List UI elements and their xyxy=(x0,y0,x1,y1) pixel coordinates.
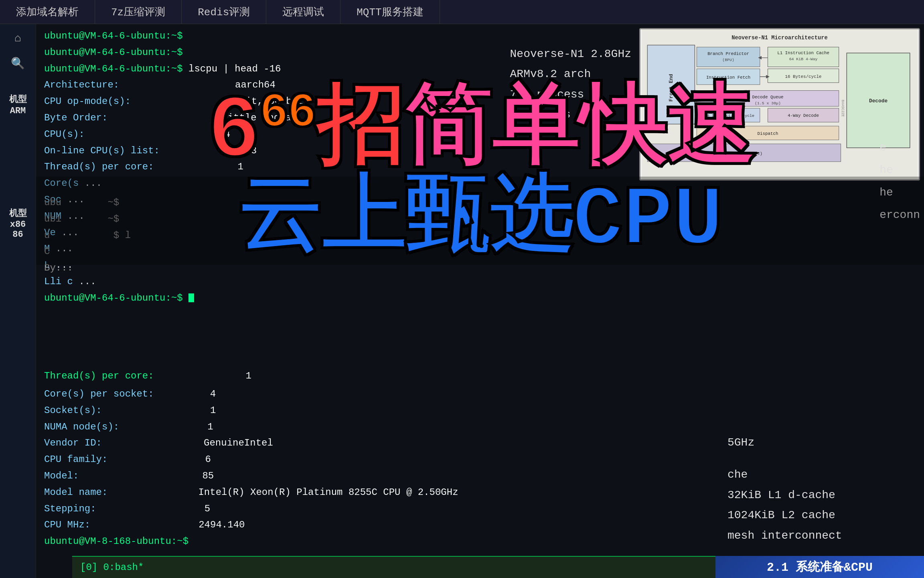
svg-text:64 KiB 4-Way: 64 KiB 4-Way xyxy=(789,57,818,61)
bottom-cmd-line: Thread(s) per core: xyxy=(44,370,154,381)
bottom-badge: 2.1 系统准备&CPU xyxy=(715,556,924,578)
key-numa-bottom: NUMA node(s): xyxy=(44,421,119,432)
bottom-val-0: 1 xyxy=(245,370,251,381)
val-cpu-mode: 32-bit, 64-bit xyxy=(223,96,304,107)
sidebar-x86-num: 86 xyxy=(9,230,27,240)
svg-text:Decode Queue: Decode Queue xyxy=(752,95,784,100)
tmux-session: [0] 0:bash* xyxy=(80,562,144,573)
svg-text:BAASC2ZE: BAASC2ZE xyxy=(841,100,845,117)
spec-e-line: e xyxy=(879,136,920,159)
svg-text:L1 Instruction Cache: L1 Instruction Cache xyxy=(777,51,829,55)
svg-text:Instruction Fetch: Instruction Fetch xyxy=(706,75,750,80)
spec-bottom-l2cache: 1024KiB L2 cache xyxy=(727,505,920,525)
sidebar-x86-label: x86 xyxy=(9,220,27,230)
cpu-architecture-diagram: Neoverse-N1 Microarchitecture Front End … xyxy=(639,28,920,181)
sidebar: ⌂ 🔍 机型 ARM 机型 x86 86 xyxy=(0,24,36,578)
prompt-cmd: ubuntu@VM-64-6-ubuntu:~$ xyxy=(44,63,188,74)
svg-text:(1.5 x 30µ): (1.5 x 30µ) xyxy=(755,101,781,106)
spec-line-2: ARMv8.2 arch xyxy=(510,64,631,84)
spec-bottom-extra: 5GHz xyxy=(727,433,920,453)
terminal-bottom-section: Thread(s) per core: 1 Core(s) per socket… xyxy=(36,364,613,554)
cmd-lscpu: lscpu | head -16 xyxy=(188,63,281,74)
val-cores-bottom: 4 xyxy=(210,389,216,399)
val-online-cpus: 0-3 xyxy=(239,145,257,156)
svg-text:Front End: Front End xyxy=(668,74,674,102)
key-cpumhz-bottom: CPU MHz: xyxy=(44,519,90,530)
val-cpufam-bottom: 6 xyxy=(205,454,211,465)
sidebar-home-icon[interactable]: ⌂ xyxy=(14,32,21,45)
key-modelname-bottom: Model name: xyxy=(44,487,107,498)
key-cpu-mode: CPU op-mode(s): xyxy=(44,96,131,107)
spec-bottom-l1dcache: 32KiB L1 d-cache xyxy=(727,485,920,505)
cpu-spec-right-top: Neoverse-N1 2.8GHz ARMv8.2 arch 7nm proc… xyxy=(510,44,631,125)
prompt-1: ubuntu@VM-64-6-ubuntu:~$ xyxy=(44,31,183,41)
nav-tab-redis[interactable]: Redis评测 xyxy=(182,0,266,24)
val-numa-bottom: 1 xyxy=(207,421,213,432)
nav-tab-remote[interactable]: 远程调试 xyxy=(266,0,340,24)
key-arch: Architecture: xyxy=(44,79,119,90)
badge-text: 2.1 系统准备&CPU xyxy=(767,559,873,575)
val-cpus: 4 xyxy=(225,129,230,140)
svg-text:4-Way Decode: 4-Way Decode xyxy=(788,113,819,118)
nav-tab-mqtt[interactable]: MQTT服务搭建 xyxy=(340,0,440,24)
spec-line-4: 11 stages xyxy=(510,105,631,125)
key-cores-bottom: Core(s) per socket: xyxy=(44,389,154,399)
spec-right-bottom: 5GHz che 32KiB L1 d-cache 1024KiB L2 cac… xyxy=(727,433,920,546)
svg-rect-4 xyxy=(697,47,760,67)
val-threads: 1 xyxy=(237,161,243,172)
val-cpumhz-bottom: 2494.140 xyxy=(199,519,245,530)
svg-text:16 Bytes/cycle: 16 Bytes/cycle xyxy=(785,74,822,79)
key-stepping-bottom: Stepping: xyxy=(44,503,96,514)
key-vendor-bottom: Vendor ID: xyxy=(44,438,102,448)
val-stepping-bottom: 5 xyxy=(205,503,210,514)
key-model-bottom: Model: xyxy=(44,470,79,481)
sidebar-machine-label-2: 机型 xyxy=(9,208,27,220)
val-byte-order: Little Endian xyxy=(222,112,297,123)
svg-text:Main STB (64): Main STB (64) xyxy=(725,151,762,157)
val-model-bottom: 85 xyxy=(202,470,214,481)
prompt-active: ubuntu@VM-64-6-ubuntu:~$ xyxy=(44,293,183,303)
val-arch: aarch64 xyxy=(235,79,276,90)
svg-text:(BPU): (BPU) xyxy=(722,58,734,62)
key-byte-order: Byte Order: xyxy=(44,112,107,123)
sidebar-arm-label: ARM xyxy=(9,106,27,116)
key-online-cpus: On-line CPU(s) list: xyxy=(44,145,160,156)
spec-line-3: 7nm process xyxy=(510,85,631,105)
key-threads: Thread(s) per core: xyxy=(44,161,154,172)
sidebar-machine-group-1: 机型 ARM xyxy=(9,94,27,116)
nav-bar: 添加域名解析 7z压缩评测 Redis评测 远程调试 MQTT服务搭建 xyxy=(0,0,924,24)
sidebar-machine-label-1: 机型 xyxy=(9,94,27,106)
svg-text:Dispatch: Dispatch xyxy=(758,131,778,136)
terminal-area: ubuntu@VM-64-6-ubuntu:~$ ubuntu@VM-64-6-… xyxy=(36,24,924,578)
svg-text:Decode: Decode xyxy=(869,98,888,104)
spec-bottom-mesh: mesh interconnect xyxy=(727,526,920,546)
spec-bottom-che: che xyxy=(727,465,920,485)
middle-overlay xyxy=(36,177,924,265)
spec-bottom-l1 xyxy=(727,453,920,465)
sidebar-machine-group-2: 机型 x86 86 xyxy=(9,208,27,240)
spec-line-1: Neoverse-N1 2.8GHz xyxy=(510,44,631,64)
val-socket-bottom: 1 xyxy=(210,405,216,416)
prompt-2: ubuntu@VM-64-6-ubuntu:~$ xyxy=(44,47,183,58)
svg-text:Branch Predictor: Branch Predictor xyxy=(707,51,749,56)
svg-text:Neoverse-N1 Microarchitecture: Neoverse-N1 Microarchitecture xyxy=(732,35,828,41)
key-cpus: CPU(s): xyxy=(44,129,85,140)
key-socket-bottom: Socket(s): xyxy=(44,405,102,416)
sidebar-search-icon[interactable]: 🔍 xyxy=(11,57,25,70)
key-cpufam-bottom: CPU family: xyxy=(44,454,107,465)
svg-text:4-8 Instructions/cycle: 4-8 Instructions/cycle xyxy=(702,114,754,118)
nav-tab-add-domain[interactable]: 添加域名解析 xyxy=(0,0,95,24)
nav-tab-7z[interactable]: 7z压缩评测 xyxy=(95,0,182,24)
bottom-prompt-line: ubuntu@VM-8-168-ubuntu:~$ xyxy=(44,536,188,547)
val-vendor-bottom: GenuineIntel xyxy=(204,438,273,448)
val-modelname-bottom: Intel(R) Xeon(R) Platinum 8255C CPU @ 2.… xyxy=(198,487,458,498)
